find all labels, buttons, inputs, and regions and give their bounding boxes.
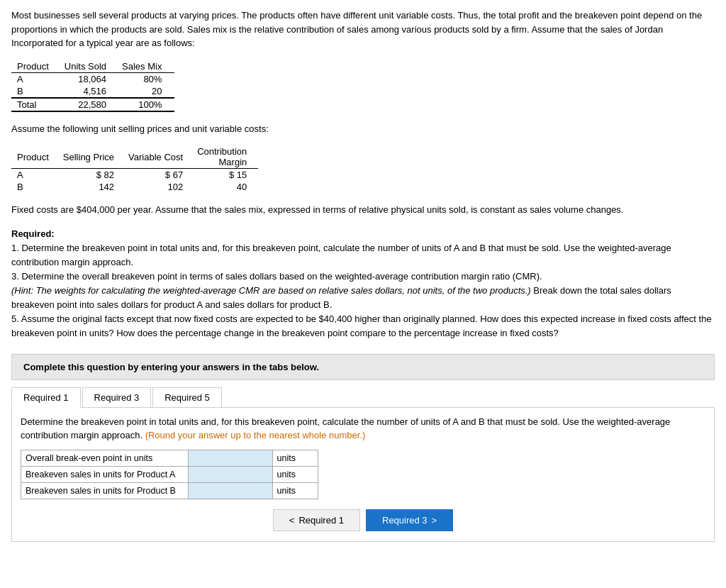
required-item-5: 5. Assume the original facts except that… [11,312,715,340]
product-a-units: 18,064 [62,72,119,85]
row3-label: Breakeven sales in units for Product B [21,482,189,499]
row3-unit: units [272,482,318,499]
table2-header-product: Product [11,145,60,169]
prev-icon: < [289,515,295,526]
product-b-mix: 20 [119,85,174,98]
required-item-1: 1. Determine the breakeven point in tota… [11,241,715,270]
product-a-price: $ 82 [60,169,125,182]
table1-header-units: Units Sold [62,60,119,73]
required-item-3: 3. Determine the overall breakeven point… [11,270,715,312]
product-b-margin: 40 [194,181,258,193]
row2-unit: units [272,466,318,482]
product-a-label: A [11,72,62,85]
middle-text: Assume the following unit selling prices… [11,122,715,136]
sales-mix-table: Product Units Sold Sales Mix A 18,064 80… [11,60,174,112]
row3-input-cell[interactable] [189,482,272,499]
product-b-label: B [11,85,62,98]
table-row: A 18,064 80% [11,72,174,85]
required-label: Required: [11,228,55,239]
required-section: Required: 1. Determine the breakeven poi… [11,227,715,341]
table-row: Breakeven sales in units for Product A u… [21,466,318,482]
product-a-breakeven-input[interactable] [190,468,270,481]
tab-required-3[interactable]: Required 3 [82,387,152,408]
overall-breakeven-input[interactable] [190,452,270,465]
table2-section: Product Selling Price Variable Cost Cont… [11,145,715,193]
answer-table: Overall break-even point in units units … [21,450,318,499]
fixed-costs-text: Fixed costs are $404,000 per year. Assum… [11,203,715,217]
tab-content-area: Determine the breakeven point in total u… [11,407,715,542]
product-b-breakeven-input[interactable] [190,484,270,497]
row2-input-cell[interactable] [189,466,272,482]
table-row: Breakeven sales in units for Product B u… [21,482,318,499]
total-label: Total [11,98,62,111]
row2-label: Breakeven sales in units for Product A [21,466,189,482]
table1-header-mix: Sales Mix [119,60,174,73]
table-row-total: Total 22,580 100% [11,98,174,111]
table-row: B 4,516 20 [11,85,174,98]
tab-required-5[interactable]: Required 5 [152,387,222,408]
table1-header-product: Product [11,60,62,73]
total-mix: 100% [119,98,174,111]
row1-input-cell[interactable] [189,450,272,466]
table-row: A $ 82 $ 67 $ 15 [11,169,258,182]
row1-label: Overall break-even point in units [21,450,189,466]
complete-box: Complete this question by entering your … [11,354,715,380]
prev-label: Required 1 [298,515,344,526]
prev-button[interactable]: < Required 1 [273,509,360,531]
contribution-margin-table: Product Selling Price Variable Cost Cont… [11,145,258,193]
product-a-variable-cost: $ 67 [125,169,194,182]
complete-box-text: Complete this question by entering your … [23,362,319,372]
table-row: Overall break-even point in units units [21,450,318,466]
product-b-label: B [11,181,60,193]
tab-required-5-label: Required 5 [164,392,210,403]
tab-required-3-label: Required 3 [94,392,140,403]
next-icon: > [432,515,437,526]
tab-desc-note: (Round your answer up to the nearest who… [145,430,366,440]
tab-required-1[interactable]: Required 1 [11,387,81,408]
next-label: Required 3 [382,515,428,526]
product-b-units: 4,516 [62,85,119,98]
table2-header-price: Selling Price [60,145,125,169]
product-a-margin: $ 15 [194,169,258,182]
tabs-container: Required 1 Required 3 Required 5 [11,387,715,408]
table-row: B 142 102 40 [11,181,258,193]
product-b-price: 142 [60,181,125,193]
table2-header-contribution: ContributionMargin [194,145,258,169]
tab-required-1-label: Required 1 [23,392,69,403]
product-b-variable-cost: 102 [125,181,194,193]
row1-unit: units [272,450,318,466]
next-button[interactable]: Required 3 > [366,509,453,531]
product-a-mix: 80% [119,72,174,85]
nav-buttons: < Required 1 Required 3 > [21,509,705,531]
tab-description: Determine the breakeven point in total u… [21,415,705,443]
table1-section: Product Units Sold Sales Mix A 18,064 80… [11,60,715,112]
product-a-label: A [11,169,60,182]
table2-header-variable-cost: Variable Cost [125,145,194,169]
intro-paragraph: Most businesses sell several products at… [11,9,715,50]
total-units: 22,580 [62,98,119,111]
